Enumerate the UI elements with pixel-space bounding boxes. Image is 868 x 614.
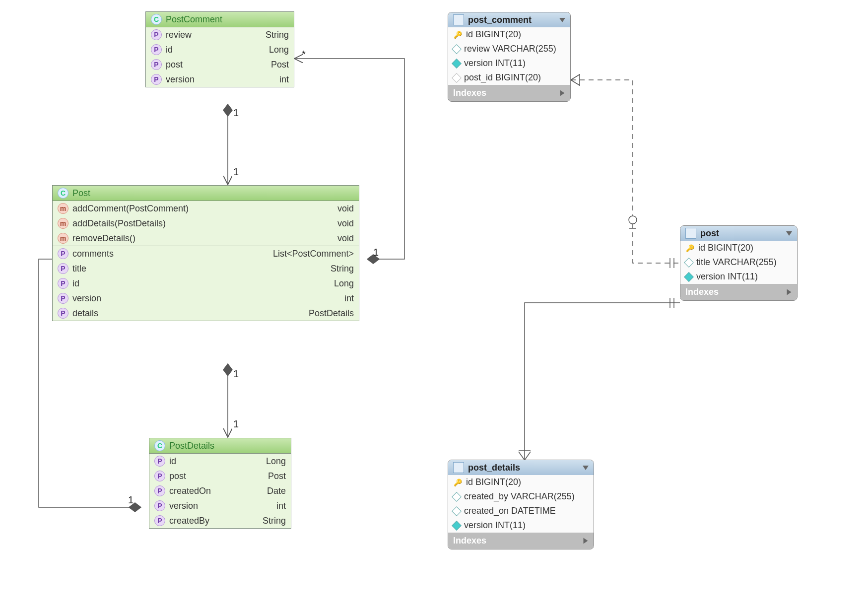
col-row: 🔑id BIGINT(20) — [448, 27, 570, 42]
prop-row: PidLong — [53, 276, 359, 291]
indexes-section: Indexes — [448, 85, 570, 101]
property-icon: P — [58, 293, 68, 304]
diagram-canvas: * 1 1 1 1 1 1 1 C PostComment PreviewStr… — [0, 0, 868, 614]
method-icon: m — [58, 218, 68, 229]
table-icon — [453, 462, 464, 473]
table-header: post_details — [448, 460, 594, 475]
mult-one: 1 — [128, 494, 134, 506]
collapse-icon — [583, 466, 589, 470]
diamond-icon — [452, 59, 462, 68]
property-icon: P — [151, 44, 162, 55]
key-icon: 🔑 — [685, 244, 694, 253]
class-header: C PostComment — [146, 12, 294, 27]
col-row: version INT(11) — [448, 56, 570, 70]
prop-row: Pversionint — [53, 291, 359, 306]
indexes-section: Indexes — [448, 533, 594, 549]
col-row: post_id BIGINT(20) — [448, 70, 570, 85]
table-icon — [685, 228, 696, 239]
svg-point-2 — [629, 216, 637, 224]
diamond-icon — [452, 492, 462, 502]
class-header: C Post — [53, 186, 359, 201]
col-row: created_by VARCHAR(255) — [448, 489, 594, 504]
col-row: title VARCHAR(255) — [680, 255, 797, 270]
prop-row: PcreatedOnDate — [149, 483, 291, 498]
class-icon: C — [154, 440, 165, 451]
key-icon: 🔑 — [453, 478, 462, 487]
col-row: 🔑id BIGINT(20) — [680, 241, 797, 255]
prop-row: Pversionint — [146, 72, 294, 87]
mult-one: 1 — [233, 418, 239, 430]
method-row: maddComment(PostComment)void — [53, 201, 359, 216]
class-icon: C — [151, 14, 162, 25]
property-icon: P — [154, 485, 165, 496]
table-post-comment: post_comment 🔑id BIGINT(20) review VARCH… — [448, 12, 571, 102]
diamond-icon — [452, 506, 462, 516]
class-header: C PostDetails — [149, 438, 291, 454]
property-icon: P — [154, 471, 165, 481]
prop-row: PtitleString — [53, 261, 359, 276]
mult-one: 1 — [233, 368, 239, 380]
mult-star: * — [302, 49, 306, 60]
method-row: maddDetails(PostDetails)void — [53, 216, 359, 231]
class-name: PostDetails — [169, 441, 214, 451]
diamond-icon — [452, 44, 462, 54]
prop-row: PidLong — [149, 454, 291, 469]
method-row: mremoveDetails()void — [53, 231, 359, 246]
col-row: review VARCHAR(255) — [448, 42, 570, 56]
expand-icon — [560, 90, 565, 96]
prop-row: PpostPost — [149, 469, 291, 483]
property-icon: P — [154, 456, 165, 467]
prop-row: PcreatedByString — [149, 513, 291, 528]
prop-row: Pversionint — [149, 498, 291, 513]
col-row: version INT(11) — [448, 518, 594, 533]
property-icon: P — [58, 263, 68, 274]
col-row: created_on DATETIME — [448, 504, 594, 518]
property-icon: P — [154, 500, 165, 511]
property-icon: P — [58, 248, 68, 259]
indexes-section: Indexes — [680, 284, 797, 300]
property-icon: P — [151, 29, 162, 40]
method-icon: m — [58, 233, 68, 244]
class-icon: C — [58, 188, 68, 199]
property-icon: P — [58, 308, 68, 319]
diamond-icon — [684, 272, 694, 282]
expand-icon — [787, 289, 792, 295]
property-icon: P — [151, 59, 162, 70]
table-post-details: post_details 🔑id BIGINT(20) created_by V… — [448, 460, 594, 549]
key-icon: 🔑 — [453, 30, 462, 39]
table-name: post_comment — [468, 15, 555, 25]
class-postdetails: C PostDetails PidLong PpostPost Pcreated… — [149, 438, 291, 529]
table-name: post — [700, 228, 782, 239]
diamond-icon — [684, 258, 694, 268]
mult-one: 1 — [233, 107, 239, 119]
mult-one: 1 — [233, 166, 239, 178]
diamond-icon — [452, 73, 462, 83]
class-post: C Post maddComment(PostComment)void madd… — [52, 185, 359, 321]
method-icon: m — [58, 203, 68, 214]
diamond-icon — [452, 521, 462, 531]
class-postcomment: C PostComment PreviewString PidLong Ppos… — [145, 11, 294, 87]
prop-row: PdetailsPostDetails — [53, 306, 359, 321]
prop-row: PpostPost — [146, 57, 294, 72]
table-name: post_details — [468, 463, 579, 473]
class-name: Post — [72, 188, 90, 199]
collapse-icon — [786, 231, 792, 236]
property-icon: P — [154, 515, 165, 526]
collapse-icon — [559, 18, 565, 22]
table-post: post 🔑id BIGINT(20) title VARCHAR(255) v… — [680, 225, 798, 301]
property-icon: P — [151, 74, 162, 85]
property-icon: P — [58, 278, 68, 289]
table-header: post_comment — [448, 12, 570, 27]
class-name: PostComment — [166, 14, 222, 25]
table-icon — [453, 14, 464, 25]
table-header: post — [680, 226, 797, 241]
prop-row: PidLong — [146, 42, 294, 57]
expand-icon — [584, 538, 588, 544]
mult-one: 1 — [373, 247, 379, 258]
prop-row: PreviewString — [146, 27, 294, 42]
col-row: version INT(11) — [680, 270, 797, 284]
col-row: 🔑id BIGINT(20) — [448, 475, 594, 489]
prop-row: PcommentsList<PostComment> — [53, 246, 359, 261]
